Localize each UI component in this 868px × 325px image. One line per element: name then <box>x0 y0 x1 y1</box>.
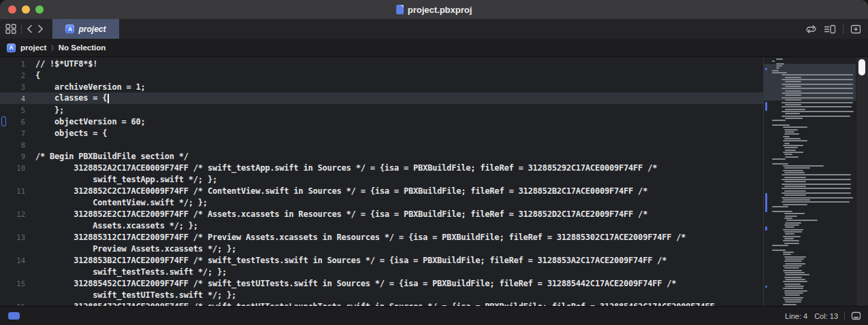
code-row[interactable]: 5 }; <box>0 104 764 116</box>
line-number[interactable]: 12 <box>0 210 31 218</box>
code-row[interactable]: swift_testUITests.swift */; }; <box>0 289 764 301</box>
code-editor[interactable]: 1// !$*UTF8*$!2{3 archiveVersion = 1;4 c… <box>0 57 764 306</box>
line-number[interactable]: 15 <box>0 279 31 288</box>
minimap-line <box>776 63 784 65</box>
line-number[interactable]: 3 <box>0 83 31 91</box>
code-line-text: 3128852E2C17ACE2009F74FF /* Assets.xcass… <box>31 209 647 219</box>
forward-chevron-icon[interactable] <box>37 24 44 33</box>
xcode-window: project.pbxproj A project <box>0 0 868 325</box>
line-number[interactable]: 2 <box>0 71 31 80</box>
code-row[interactable]: 16 312885472C17ACE2009F74FF /* swift_tes… <box>0 301 764 306</box>
code-row[interactable]: ContentView.swift */; }; <box>0 196 764 208</box>
minimap-line <box>782 79 853 80</box>
minimap-line <box>772 70 779 71</box>
code-row[interactable]: 15 312885452C17ACE2009F74FF /* swift_tes… <box>0 277 764 289</box>
minimap-line <box>784 292 803 294</box>
minimap-line <box>783 152 803 153</box>
code-row[interactable]: 12 3128852E2C17ACE2009F74FF /* Assets.xc… <box>0 208 764 220</box>
code-row[interactable]: 8 <box>0 139 764 150</box>
breadcrumb-project[interactable]: project <box>20 44 46 52</box>
minimap-line <box>784 154 792 155</box>
code-row[interactable]: 1// !$*UTF8*$! <box>0 58 764 69</box>
code-line-text: { <box>31 71 40 80</box>
cursor-position: Line: 4 Col: 13 <box>785 312 838 320</box>
line-number[interactable]: 11 <box>0 187 31 195</box>
minimap[interactable] <box>763 57 856 306</box>
minimap-line <box>772 158 786 160</box>
breadcrumb-separator: 〉 <box>51 44 53 52</box>
line-number[interactable]: 5 <box>0 106 31 114</box>
code-row[interactable]: 13 312885312C17ACE2009F74FF /* Preview A… <box>0 231 764 243</box>
code-row[interactable]: 14 3128853B2C17ACE2009F74FF /* swift_tes… <box>0 254 764 266</box>
minimap-line <box>785 258 804 260</box>
minimap-line <box>782 102 853 103</box>
back-chevron-icon[interactable] <box>27 24 33 33</box>
minimap-line <box>782 179 851 180</box>
minimap-line <box>783 204 807 205</box>
minimap-line <box>785 90 801 92</box>
minimap-line <box>783 136 790 137</box>
minimap-line <box>772 163 788 165</box>
line-number[interactable]: 4 <box>0 95 31 103</box>
line-number[interactable]: 9 <box>0 152 31 160</box>
code-row[interactable]: 10 3128852A2C17ACE0009F74FF /* swift_tes… <box>0 162 764 173</box>
line-number[interactable]: 10 <box>0 164 31 172</box>
line-number[interactable]: 8 <box>0 141 31 149</box>
line-number[interactable]: 14 <box>0 256 31 264</box>
text-cursor <box>108 94 109 103</box>
code-row[interactable]: swift_testTests.swift */; }; <box>0 266 764 277</box>
close-window-button[interactable] <box>8 5 16 14</box>
minimap-line <box>785 131 794 133</box>
code-row[interactable]: swift_testApp.swift */; }; <box>0 173 764 185</box>
line-number[interactable]: 13 <box>0 233 31 241</box>
editor-options-icon[interactable] <box>824 24 836 34</box>
minimap-line <box>786 220 818 221</box>
status-bar: Line: 4 Col: 13 <box>0 306 868 325</box>
code-row[interactable]: 11 3128852C2C17ACE0009F74FF /* ContentVi… <box>0 185 764 196</box>
breadcrumb-selection[interactable]: No Selection <box>59 44 106 52</box>
swap-arrows-icon[interactable] <box>805 24 817 34</box>
minimap-line <box>784 238 794 239</box>
code-row[interactable]: Assets.xcassets */; }; <box>0 220 764 231</box>
minimap-line <box>785 274 809 275</box>
minimap-line <box>784 260 802 262</box>
add-editor-icon[interactable] <box>850 24 861 34</box>
line-number[interactable]: 1 <box>0 60 31 68</box>
minimap-line <box>783 265 802 267</box>
code-row[interactable]: 7 objects = { <box>0 127 764 139</box>
minimap-line <box>772 124 790 126</box>
divider <box>843 24 843 34</box>
minimap-line <box>784 299 802 301</box>
minimap-line <box>785 77 801 78</box>
code-row[interactable]: 3 archiveVersion = 1; <box>0 81 764 92</box>
minimap-line <box>784 267 799 269</box>
code-line-text: // !$*UTF8*$! <box>31 59 97 69</box>
minimap-toggle-icon[interactable] <box>851 311 861 320</box>
minimap-line <box>783 199 810 201</box>
minimap-line <box>782 116 850 117</box>
line-number[interactable]: 7 <box>0 129 31 137</box>
code-row[interactable]: 6 objectVersion = 60; <box>0 116 764 127</box>
divider <box>21 24 22 34</box>
code-line-text: objectVersion = 60; <box>31 117 146 126</box>
tab-project[interactable]: A project <box>52 19 119 39</box>
code-row[interactable]: Preview Assets.xcassets */; }; <box>0 243 764 254</box>
code-line-text: 312885452C17ACE2009F74FF /* swift_testUI… <box>31 279 676 288</box>
zoom-window-button[interactable] <box>35 5 44 14</box>
minimap-line <box>784 181 806 182</box>
vertical-scrollbar[interactable] <box>856 57 868 306</box>
code-line-text: swift_testTests.swift */; }; <box>31 267 227 277</box>
minimap-line <box>785 118 803 119</box>
code-row[interactable]: 9/* Begin PBXBuildFile section */ <box>0 150 764 162</box>
minimap-line <box>785 113 800 114</box>
minimize-window-button[interactable] <box>22 5 30 14</box>
minimap-line <box>783 165 824 167</box>
minimap-line <box>772 211 792 212</box>
code-row[interactable]: 2{ <box>0 69 764 81</box>
code-line-text: Preview Assets.xcassets */; }; <box>31 244 236 254</box>
code-line-text: 312885312C17ACE2009F74FF /* Preview Asse… <box>31 233 686 242</box>
scrollbar-thumb[interactable] <box>858 59 865 75</box>
code-line-text: 3128852A2C17ACE0009F74FF /* swift_testAp… <box>31 163 657 173</box>
code-row[interactable]: 4 classes = { <box>0 92 764 104</box>
tab-overview-grid-icon[interactable] <box>5 24 16 34</box>
